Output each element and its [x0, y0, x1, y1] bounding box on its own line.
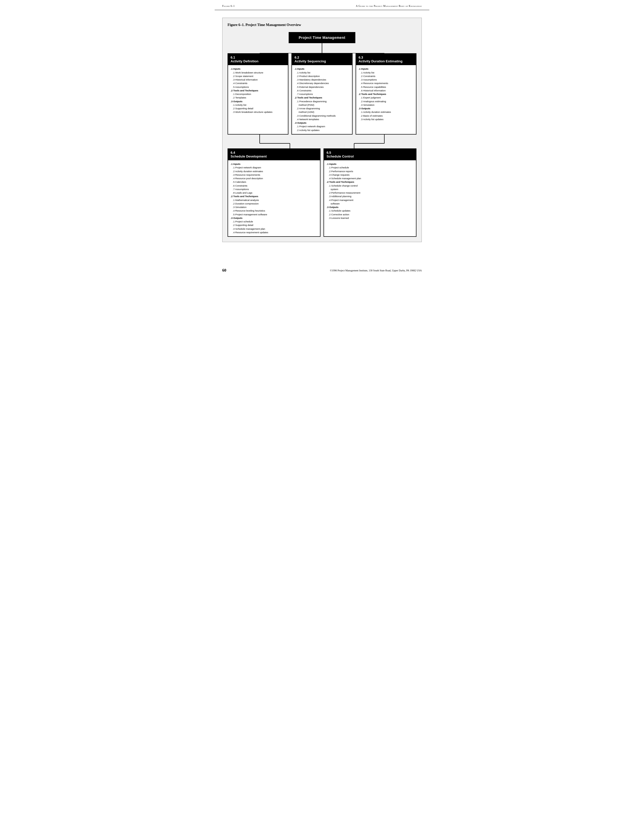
box-65-input-4: .4 Schedule management plan	[327, 177, 414, 180]
top-row: 6.1 Activity Definition .1 Inputs .1 Wor…	[227, 53, 417, 135]
box-61-out-3: .3 Work breakdown structure updates	[230, 110, 285, 114]
header-right: A Guide to the Project Management Body o…	[356, 5, 422, 7]
box-64-out-3: .3 Schedule management plan	[230, 227, 317, 231]
box-64-input-6: .6 Constraints	[230, 184, 317, 188]
box-64-inputs-label: .1 Inputs	[230, 162, 317, 166]
box-61-tt-2: .2 Templates	[230, 96, 285, 100]
box-65-title: Schedule Control	[327, 154, 414, 158]
box-63-outputs-label: .3 Outputs	[359, 107, 414, 110]
box-63-header: 6.3 Activity Duration Estimating	[356, 54, 416, 65]
box-64-body: .1 Inputs .1 Project network diagram .2 …	[228, 160, 320, 236]
box-65-body: .1 Inputs .1 Project schedule .2 Perform…	[324, 160, 416, 222]
box-64-out-1: .1 Project schedule	[230, 220, 317, 224]
box-61-tt-1: .1 Decomposition	[230, 92, 285, 96]
mid-connectors	[227, 135, 417, 148]
box-61: 6.1 Activity Definition .1 Inputs .1 Wor…	[227, 53, 288, 135]
box-61-input-3: .3 Historical information	[230, 78, 285, 82]
box-62-header: 6.2 Activity Sequencing	[292, 54, 352, 65]
box-62-title: Activity Sequencing	[295, 60, 349, 63]
box-61-out-1: .1 Activity list	[230, 103, 285, 107]
box-63-title: Activity Duration Estimating	[359, 60, 414, 63]
box-63-input-1: .1 Activity list	[359, 71, 414, 74]
box-64-input-8: .8 Leads and Lags	[230, 191, 317, 195]
box-62-tt-1b: method (PDM)	[295, 103, 349, 107]
box-62-input-3: .3 Mandatory dependencies	[295, 78, 349, 82]
box-64-input-5: .5 Calendars	[230, 180, 317, 184]
box-63-input-4: .4 Resource requirements	[359, 82, 414, 85]
box-64-out-2: .2 Supporting detail	[230, 224, 317, 227]
box-62-out-2: .2 Activity list updates	[295, 129, 349, 132]
box-64-input-4: .4 Resource pool description	[230, 177, 317, 180]
connector-svg-top	[227, 43, 417, 53]
box-64-input-7: .7 Assumptions	[230, 188, 317, 191]
box-63-tt-2: .2 Analogous estimating	[359, 100, 414, 103]
box-64-tt-4: .4 Resource leveling heuristics	[230, 209, 317, 212]
box-61-inputs-label: .1 Inputs	[230, 67, 285, 71]
figure-title-rest: Project Time Management Overview	[245, 23, 301, 27]
box-62-inputs-label: .1 Inputs	[295, 67, 349, 71]
box-65: 6.5 Schedule Control .1 Inputs .1 Projec…	[324, 148, 417, 237]
figure-title: Figure 6–1. Project Time Management Over…	[227, 23, 417, 27]
box-61-num: 6.1	[230, 56, 285, 60]
box-61-out-2: .2 Supporting detail	[230, 107, 285, 110]
box-65-inputs-label: .1 Inputs	[327, 162, 414, 166]
page-header: Figure 6–1 A Guide to the Project Manage…	[215, 0, 429, 10]
box-64-outputs-label: .3 Outputs	[230, 216, 317, 220]
box-65-tt-1b: system	[327, 188, 414, 191]
box-64: 6.4 Schedule Development .1 Inputs .1 Pr…	[227, 148, 320, 237]
box-65-outputs-label: .3 Outputs	[327, 206, 414, 209]
top-node-label: Project Time Management	[299, 35, 346, 40]
box-61-title: Activity Definition	[230, 60, 285, 63]
box-61-body: .1 Inputs .1 Work breakdown structure .2…	[228, 65, 288, 116]
box-65-out-3: .3 Lessons learned	[327, 216, 414, 220]
box-62-tt-1: .1 Precedence diagramming	[295, 100, 349, 103]
top-node-container: Project Time Management	[227, 32, 417, 43]
box-64-num: 6.4	[230, 151, 317, 154]
box-62-tt-2b: method (ADM)	[295, 110, 349, 114]
box-63-inputs-label: .1 Inputs	[359, 67, 414, 71]
box-63-input-3: .3 Assumptions	[359, 78, 414, 82]
box-65-tt-4: .4 Project management	[327, 198, 414, 202]
box-64-header: 6.4 Schedule Development	[228, 149, 320, 160]
box-62-tt-3: .3 Conditional diagramming methods	[295, 114, 349, 117]
page-footer: 60 ©1996 Project Management Institute, 1…	[215, 268, 429, 273]
box-65-out-1: .1 Schedule updates	[327, 209, 414, 212]
box-61-tt-label: .2 Tools and Techniques	[230, 89, 285, 92]
box-62-input-4: .4 Discretionary dependencies	[295, 82, 349, 85]
box-64-out-4: .4 Resource requirement updates	[230, 231, 317, 234]
box-62-num: 6.2	[295, 56, 349, 60]
box-62-tt-label: .2 Tools and Techniques	[295, 96, 349, 100]
connector-svg-mid	[227, 135, 417, 148]
box-65-tt-1: .1 Schedule change control	[327, 184, 414, 188]
box-63-input-6: .6 Historical information	[359, 89, 414, 92]
box-65-input-3: .3 Change requests	[327, 173, 414, 177]
box-65-out-2: .2 Corrective action	[327, 213, 414, 216]
box-65-num: 6.5	[327, 151, 414, 154]
figure-title-bold: Figure 6–1.	[227, 23, 245, 27]
box-62-input-7: .7 Assumptions	[295, 92, 349, 96]
box-63-tt-3: .3 Simulation	[359, 103, 414, 107]
box-64-tt-3: .3 Simulation	[230, 206, 317, 209]
box-62-tt-4: .4 Network templates	[295, 117, 349, 121]
box-62-tt-2: .2 Arrow diagramming	[295, 107, 349, 110]
box-61-header: 6.1 Activity Definition	[228, 54, 288, 65]
box-65-tt-3: .3 Additional planning	[327, 195, 414, 198]
figure-box: Figure 6–1. Project Time Management Over…	[222, 18, 422, 242]
box-62-input-6: .6 Constraints	[295, 89, 349, 92]
box-64-title: Schedule Development	[230, 154, 317, 158]
footer-left: 60	[222, 268, 226, 273]
box-63-out-1: .1 Activity duration estimates	[359, 110, 414, 114]
box-62: 6.2 Activity Sequencing .1 Inputs .1 Act…	[291, 53, 352, 135]
box-61-input-2: .2 Scope statement	[230, 74, 285, 78]
bottom-row: 6.4 Schedule Development .1 Inputs .1 Pr…	[227, 148, 417, 237]
box-63-input-2: .2 Constraints	[359, 74, 414, 78]
box-64-tt-label: .2 Tools and Techniques	[230, 195, 317, 198]
box-63-num: 6.3	[359, 56, 414, 60]
box-63-tt-1: .1 Expert judgment	[359, 96, 414, 100]
box-64-tt-2: .2 Duration compression	[230, 202, 317, 206]
box-64-input-1: .1 Project network diagram	[230, 166, 317, 169]
box-61-outputs-label: .3 Outputs	[230, 100, 285, 103]
page: Figure 6–1 A Guide to the Project Manage…	[215, 0, 429, 278]
box-64-input-3: .3 Resource requirements	[230, 173, 317, 177]
box-63-input-5: .5 Resource capabilities	[359, 85, 414, 89]
